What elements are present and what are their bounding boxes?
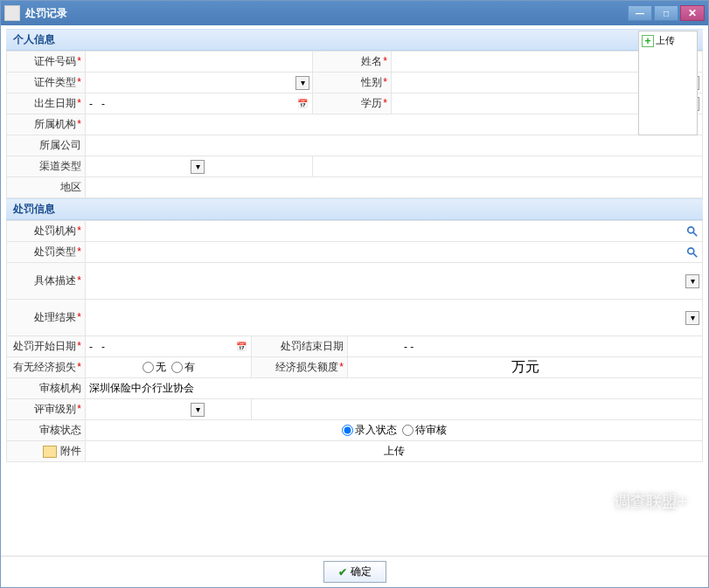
radio-loss-has[interactable]: 有 [171, 360, 195, 375]
upload-photo-link[interactable]: + 上传 [639, 31, 697, 50]
document-icon [4, 5, 20, 21]
upload-label: 上传 [656, 34, 675, 47]
watermark-icon [590, 492, 609, 511]
check-icon: ✔ [338, 566, 347, 578]
input-idnum[interactable] [89, 52, 309, 72]
folder-icon [43, 446, 57, 458]
photo-upload-box: + 上传 [638, 31, 698, 135]
label-company: 所属公司 [7, 135, 86, 156]
section-personal-info: 个人信息 [6, 29, 703, 51]
svg-line-5 [693, 252, 697, 256]
label-result: 处理结果 [7, 300, 86, 336]
input-org[interactable] [89, 114, 699, 135]
radio-loss-none[interactable]: 无 [142, 360, 166, 375]
personal-grid: 证件号码 姓名 证件类型 ▾ 性别 ▾ 出生日期 📅 学历 ▾ 所属机构 [6, 51, 703, 198]
select-idtype[interactable] [89, 73, 309, 93]
section-punish-info: 处罚信息 [6, 198, 703, 220]
label-has-loss: 有无经济损失 [7, 357, 86, 378]
calendar-icon[interactable]: 📅 [295, 97, 309, 111]
footer-bar: ✔ 确定 [1, 556, 708, 587]
radio-group-status: 录入状态 待审核 [89, 423, 699, 438]
plus-icon: + [642, 35, 654, 47]
chevron-down-icon[interactable]: ▾ [191, 160, 205, 174]
chevron-down-icon[interactable]: ▾ [685, 274, 699, 288]
label-punish-org: 处罚机构 [7, 221, 86, 242]
chevron-down-icon[interactable]: ▾ [191, 403, 205, 417]
label-channel: 渠道类型 [7, 156, 86, 177]
radio-status-pending[interactable]: 待审核 [402, 423, 447, 438]
select-audit-level[interactable] [89, 399, 203, 419]
value-audit-org: 深圳保险中介行业协会 [89, 382, 194, 394]
punish-grid: 处罚机构 处罚类型 具体描述 ▾ 处理结果 ▾ 处罚开始日期 📅 处罚结束日期 … [6, 220, 703, 462]
titlebar: 处罚记录 — □ ✕ [1, 1, 708, 25]
label-end-date: 处罚结束日期 [252, 336, 348, 357]
chevron-down-icon[interactable]: ▾ [685, 311, 699, 325]
label-start-date: 处罚开始日期 [7, 336, 86, 357]
label-audit-status: 审核状态 [7, 420, 86, 441]
value-end-date: - - [351, 341, 414, 353]
minimize-button[interactable]: — [628, 5, 652, 21]
label-region: 地区 [7, 177, 86, 198]
select-channel[interactable] [89, 156, 203, 176]
watermark: 调查联盟+ [590, 491, 687, 512]
radio-group-loss: 无 有 [89, 360, 247, 375]
ok-button[interactable]: ✔ 确定 [323, 561, 386, 583]
value-loss-unit: 万元 [348, 357, 703, 378]
input-region[interactable] [89, 177, 699, 197]
ok-button-label: 确定 [351, 564, 372, 579]
svg-line-3 [693, 232, 697, 235]
punishment-record-window: 处罚记录 — □ ✕ 个人信息 证件号码 姓名 证件类型 ▾ 性别 ▾ 出生日期 [0, 0, 709, 588]
textarea-desc[interactable] [89, 263, 699, 296]
label-idnum: 证件号码 [7, 52, 86, 73]
label-desc: 具体描述 [7, 263, 86, 300]
svg-point-2 [688, 226, 694, 232]
input-dob[interactable] [89, 93, 309, 114]
input-punish-org[interactable] [89, 221, 699, 241]
label-audit-org: 审核机构 [7, 378, 86, 399]
radio-status-entry[interactable]: 录入状态 [342, 423, 397, 438]
form-content: 个人信息 证件号码 姓名 证件类型 ▾ 性别 ▾ 出生日期 📅 学历 ▾ 所属 [1, 25, 708, 556]
input-company[interactable] [89, 135, 699, 156]
label-org: 所属机构 [7, 114, 86, 135]
label-name: 姓名 [313, 52, 392, 73]
label-idtype: 证件类型 [7, 73, 86, 93]
search-icon[interactable] [685, 246, 699, 259]
svg-point-4 [688, 247, 694, 253]
calendar-icon[interactable]: 📅 [234, 340, 248, 354]
label-attach: 附件 [7, 441, 86, 462]
maximize-button[interactable]: □ [654, 5, 678, 21]
close-button[interactable]: ✕ [680, 5, 705, 21]
input-punish-type[interactable] [89, 242, 699, 262]
label-audit-level: 评审级别 [7, 399, 86, 420]
label-dob: 出生日期 [7, 93, 86, 114]
chevron-down-icon[interactable]: ▾ [295, 76, 309, 90]
label-punish-type: 处罚类型 [7, 242, 86, 263]
search-icon[interactable] [685, 225, 699, 239]
link-upload-attach[interactable]: 上传 [384, 445, 405, 457]
window-title: 处罚记录 [25, 6, 628, 21]
textarea-result[interactable] [89, 300, 699, 333]
label-loss-amt: 经济损失额度 [252, 357, 348, 378]
label-edu: 学历 [313, 93, 392, 114]
label-gender: 性别 [313, 73, 392, 93]
input-start-date[interactable] [89, 336, 247, 356]
